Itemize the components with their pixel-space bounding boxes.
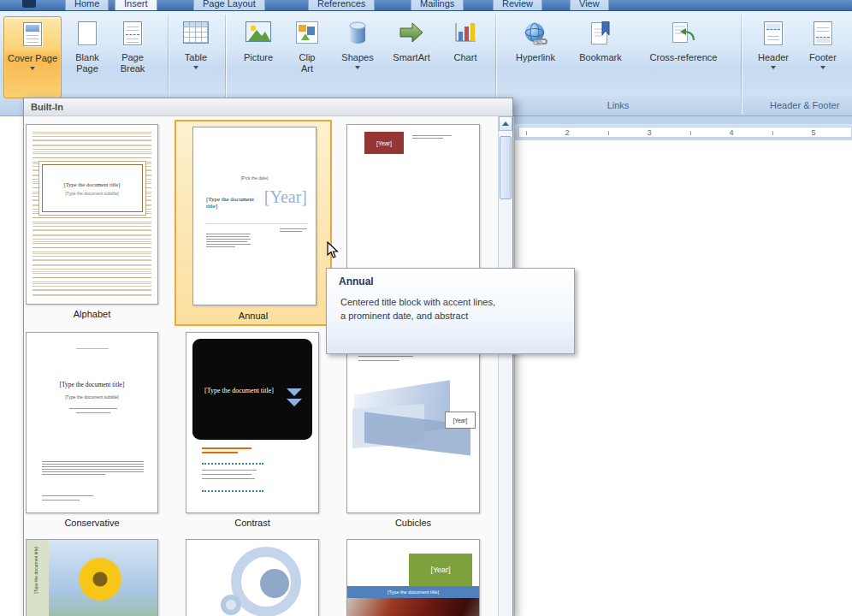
ruler-number: 3 bbox=[644, 128, 654, 137]
gallery-scrollbar[interactable] bbox=[498, 116, 512, 616]
annual-abstract-lines bbox=[206, 234, 251, 249]
clip-art-icon bbox=[287, 16, 327, 52]
cubicles-year-box: [Year] bbox=[445, 412, 476, 429]
cover-page-gallery: Built-In [Type the document title] [Type… bbox=[23, 98, 513, 616]
blank-page-button[interactable]: Blank Page bbox=[68, 16, 107, 98]
gallery-item-exposure[interactable]: [Type the document title] bbox=[26, 539, 158, 616]
chart-button[interactable]: Chart bbox=[444, 16, 487, 98]
tab-references[interactable]: References bbox=[308, 0, 375, 11]
clip-art-label-2: Art bbox=[287, 63, 327, 74]
annual-title-placeholder: [Type the document title] bbox=[206, 196, 254, 210]
office-button[interactable] bbox=[22, 0, 36, 8]
alphabet-text-pattern bbox=[33, 132, 151, 297]
mod-circle-fill bbox=[260, 569, 289, 598]
picture-label: Picture bbox=[237, 52, 280, 63]
blank-page-label-2: Page bbox=[68, 63, 107, 74]
alphabet-title: [Type the document title] bbox=[64, 181, 121, 187]
gallery-item-mod[interactable] bbox=[186, 539, 319, 616]
conservative-title: [Type the document title] bbox=[27, 381, 157, 388]
footer-label: Footer bbox=[800, 52, 846, 63]
motion-year-box: [Year] bbox=[409, 554, 472, 586]
header-button[interactable]: Header bbox=[750, 16, 796, 98]
table-icon bbox=[175, 16, 217, 52]
cross-reference-label: Cross-reference bbox=[636, 52, 731, 63]
bookmark-label: Bookmark bbox=[571, 52, 630, 63]
ruler-number: 5 bbox=[808, 128, 819, 137]
chart-icon bbox=[444, 16, 487, 52]
page-break-label: Page bbox=[110, 52, 155, 63]
tab-page-layout[interactable]: Page Layout bbox=[193, 0, 265, 11]
dropdown-arrow-icon bbox=[30, 67, 35, 70]
clip-art-label: Clip bbox=[287, 52, 327, 63]
contrast-title: [Type the document title] bbox=[204, 387, 278, 394]
ruler-tick bbox=[772, 131, 773, 135]
gallery-item-conservative-label[interactable]: Conservative bbox=[26, 518, 158, 528]
exposure-sunflower-photo bbox=[49, 540, 157, 616]
gallery-item-alphabet-label[interactable]: Alphabet bbox=[26, 309, 158, 319]
page-break-button[interactable]: Page Break bbox=[110, 16, 155, 98]
cubicles-3d-graphic: [Year] bbox=[352, 377, 476, 471]
hyperlink-globe-icon bbox=[506, 16, 565, 52]
text-line-decoration bbox=[202, 447, 251, 449]
text-line-decoration bbox=[42, 500, 80, 500]
gallery-item-tooltip: Annual Centered title block with accent … bbox=[326, 268, 575, 354]
austere-year-banner: [Year] bbox=[364, 132, 404, 154]
ruler-band: 2 3 4 5 bbox=[518, 127, 852, 138]
sunflower-graphic bbox=[74, 554, 126, 605]
group-separator bbox=[741, 15, 742, 114]
group-label-links: Links bbox=[500, 100, 736, 110]
gallery-item-alphabet[interactable]: [Type the document title] [Type the docu… bbox=[26, 124, 158, 305]
exposure-vertical-title: [Type the document title] bbox=[33, 547, 38, 593]
picture-icon bbox=[237, 16, 280, 52]
tab-insert[interactable]: Insert bbox=[115, 0, 157, 11]
annual-date-placeholder: [Pick the date] bbox=[193, 175, 316, 181]
shapes-label: Shapes bbox=[335, 52, 380, 63]
horizontal-ruler: 2 3 4 5 bbox=[514, 124, 852, 140]
page-break-icon bbox=[110, 16, 155, 52]
bookmark-button[interactable]: Bookmark bbox=[571, 16, 630, 98]
austere-text-lines bbox=[412, 135, 453, 140]
tab-review[interactable]: Review bbox=[493, 0, 542, 11]
ruler-number: 2 bbox=[562, 128, 572, 137]
smartart-button[interactable]: SmartArt bbox=[384, 16, 439, 98]
scrollbar-thumb[interactable] bbox=[500, 136, 512, 199]
tab-mailings[interactable]: Mailings bbox=[411, 0, 464, 11]
ruler-tick bbox=[526, 131, 527, 135]
shapes-icon bbox=[335, 16, 380, 52]
tab-home[interactable]: Home bbox=[65, 0, 109, 11]
gallery-item-cubicles-label[interactable]: Cubicles bbox=[346, 518, 480, 528]
hyperlink-button[interactable]: Hyperlink bbox=[506, 16, 565, 98]
chart-label: Chart bbox=[444, 52, 487, 63]
document-canvas[interactable] bbox=[514, 140, 852, 616]
gallery-item-annual[interactable]: [Pick the date] [Type the document title… bbox=[175, 120, 332, 326]
blank-page-icon bbox=[68, 16, 107, 52]
conservative-subtitle: [Type the document subtitle] bbox=[27, 394, 157, 400]
tab-view[interactable]: View bbox=[570, 0, 609, 11]
annual-accent-line bbox=[206, 223, 307, 224]
cover-page-label: Cover Page bbox=[4, 53, 61, 64]
cross-reference-button[interactable]: Cross-reference bbox=[636, 16, 731, 98]
cross-reference-icon bbox=[636, 16, 731, 52]
gallery-item-contrast-label[interactable]: Contrast bbox=[186, 518, 319, 528]
shapes-button[interactable]: Shapes bbox=[335, 16, 380, 98]
picture-button[interactable]: Picture bbox=[237, 16, 280, 98]
text-line-decoration bbox=[69, 408, 117, 409]
page-break-label-2: Break bbox=[110, 63, 155, 74]
table-button[interactable]: Table bbox=[175, 16, 217, 98]
header-label: Header bbox=[750, 52, 796, 63]
bookmark-icon bbox=[571, 16, 630, 52]
dropdown-arrow-icon bbox=[355, 66, 360, 69]
dropdown-arrow-icon bbox=[193, 66, 198, 69]
clip-art-button[interactable]: Clip Art bbox=[287, 16, 327, 98]
gallery-item-motion[interactable]: [Year] [Type the document title] bbox=[346, 539, 480, 616]
chevron-down-icon bbox=[287, 388, 302, 409]
ribbon-tab-strip: Home Insert Page Layout References Maili… bbox=[0, 0, 852, 11]
dropdown-arrow-icon bbox=[820, 66, 825, 69]
gallery-item-contrast[interactable]: [Type the document title] bbox=[186, 332, 319, 513]
scrollbar-up-arrow-icon[interactable] bbox=[499, 116, 512, 131]
gallery-section-header: Built-In bbox=[24, 98, 512, 116]
cover-page-button[interactable]: Cover Page bbox=[3, 16, 62, 98]
gallery-item-conservative[interactable]: [Type the document title] [Type the docu… bbox=[26, 332, 158, 513]
footer-button[interactable]: Footer bbox=[800, 16, 846, 98]
gallery-item-cubicles[interactable]: [Type the document title] [Year] bbox=[346, 332, 480, 513]
